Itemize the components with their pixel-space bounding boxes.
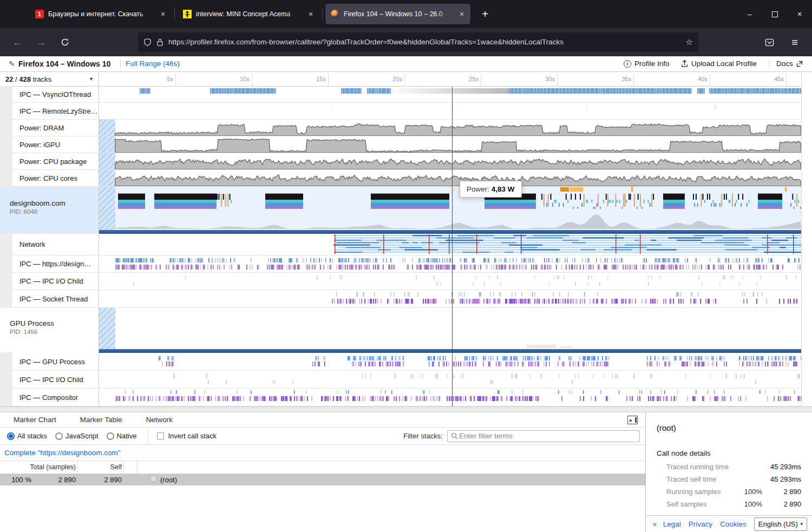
track-canvas-gpu-process[interactable] (99, 308, 801, 349)
track-row[interactable]: Power: DRAM (0, 120, 812, 136)
radio-all-stacks-label[interactable]: All stacks (17, 432, 47, 440)
track-canvas-ipc-socket[interactable] (99, 290, 801, 307)
shield-icon[interactable] (143, 38, 152, 47)
tab-close-icon[interactable]: × (158, 9, 168, 19)
timeline-ruler[interactable]: 5s10s15s20s25s30s35s40s45s (99, 72, 801, 87)
cookies-link[interactable]: Cookies (720, 520, 746, 528)
tab-close-icon[interactable]: × (456, 9, 467, 19)
track-canvas-ipc-io-child[interactable] (99, 273, 801, 290)
legal-link[interactable]: Legal (663, 520, 681, 528)
track-label[interactable]: Power: DRAM (0, 120, 99, 136)
invert-call-stack-checkbox[interactable] (157, 432, 164, 439)
track-row[interactable]: IPC — https://design… (0, 255, 812, 273)
track-row-designboom[interactable]: designboom.com PID: 6048 (0, 187, 812, 230)
track-label-designboom[interactable]: designboom.com PID: 6048 (0, 187, 99, 230)
track-row[interactable]: Network (0, 234, 812, 255)
browser-tab-1[interactable]: 1 Браузеры и интернет. Скачать × (30, 4, 172, 24)
radio-javascript-label[interactable]: JavaScript (66, 432, 99, 440)
browser-tab-active[interactable]: Firefox 104 – Windows 10 – 26.0 × (325, 4, 470, 24)
tab-network[interactable]: Network (146, 416, 173, 424)
track-label[interactable]: IPC — Compositor (0, 389, 99, 406)
track-canvas-power-igpu[interactable] (99, 136, 801, 153)
column-total-samples[interactable]: Total (samples) (0, 463, 76, 471)
track-row[interactable]: IPC — Compositor (0, 389, 812, 406)
radio-native-label[interactable]: Native (117, 432, 137, 440)
track-row[interactable]: Power: CPU cores (0, 170, 812, 187)
track-canvas-vsync[interactable] (99, 87, 801, 102)
track-canvas-ipc-https[interactable] (99, 255, 801, 272)
menu-button[interactable]: ≡ (786, 34, 803, 51)
expand-checkbox[interactable] (150, 476, 156, 482)
url-text[interactable]: https://profiler.firefox.com/from-browse… (168, 37, 682, 47)
track-row[interactable]: Power: CPU package (0, 153, 812, 170)
window-close-button[interactable]: × (787, 0, 812, 28)
invert-call-stack-label[interactable]: Invert call stack (168, 432, 217, 440)
url-bar[interactable]: https://profiler.firefox.com/from-browse… (138, 32, 698, 52)
track-canvas-ipc-io-child2[interactable] (99, 371, 801, 388)
pocket-button[interactable] (761, 34, 778, 51)
window-minimize-button[interactable]: – (737, 0, 762, 28)
track-row[interactable]: IPC — IPC I/O Child (0, 371, 812, 389)
radio-all-stacks[interactable] (7, 432, 15, 440)
track-label-gpu-process[interactable]: GPU Process PID: 1456 (0, 308, 99, 349)
track-row[interactable]: IPC — Socket Thread (0, 290, 812, 308)
new-tab-button[interactable]: + (477, 6, 493, 22)
profile-info-button[interactable]: i Profile Info (624, 60, 670, 68)
reload-button[interactable] (56, 34, 74, 51)
footer-close-icon[interactable]: × (652, 520, 657, 529)
track-label[interactable]: IPC — RemoteLzyStre… (0, 103, 99, 119)
tab-marker-chart[interactable]: Marker Chart (14, 416, 56, 424)
upload-icon (681, 60, 688, 68)
filter-stacks-input[interactable] (459, 432, 639, 440)
bookmark-star-icon[interactable]: ☆ (686, 37, 693, 47)
privacy-link[interactable]: Privacy (689, 520, 712, 528)
track-row[interactable]: Power: iGPU (0, 136, 812, 153)
panel-splitter[interactable] (0, 406, 812, 412)
edit-profile-name-button[interactable]: ✎ (9, 60, 15, 68)
column-self[interactable]: Self (81, 463, 122, 471)
track-canvas-power-dram[interactable] (99, 120, 801, 136)
track-label[interactable]: Power: CPU cores (0, 170, 99, 186)
track-label[interactable]: IPC — GPU Process (0, 353, 99, 370)
track-canvas-designboom[interactable] (99, 187, 801, 230)
forward-icon: → (36, 37, 46, 48)
call-tree-row-root[interactable]: 100 % 2 890 2 890 (root) (0, 474, 645, 485)
track-canvas-ipc-compositor[interactable] (99, 389, 801, 406)
tab-marker-table[interactable]: Marker Table (80, 416, 122, 424)
forward-button[interactable]: → (32, 34, 50, 51)
radio-native[interactable] (107, 432, 114, 440)
track-label[interactable]: Power: iGPU (0, 136, 99, 153)
track-row[interactable]: IPC — GPU Process (0, 353, 812, 371)
full-range-button[interactable]: Full Range (46s) (126, 60, 180, 68)
browser-tab-2[interactable]: interview: MINI Concept Acema × (178, 4, 319, 24)
ruler-tick-label: 45s (760, 76, 784, 82)
radio-javascript[interactable] (55, 432, 63, 440)
track-row[interactable]: IPC — VsyncIOThread (0, 87, 812, 103)
open-sidebar-button[interactable]: ▶ (627, 416, 638, 424)
track-row[interactable]: IPC — RemoteLzyStre… (0, 103, 812, 120)
track-row[interactable]: IPC — IPC I/O Child (0, 273, 812, 290)
track-label[interactable]: IPC — IPC I/O Child (0, 371, 99, 388)
window-maximize-button[interactable] (762, 0, 787, 28)
track-canvas-power-cpu-package[interactable] (99, 153, 801, 169)
track-label[interactable]: IPC — https://design… (0, 255, 99, 272)
track-canvas-power-cpu-cores[interactable] (99, 170, 801, 186)
track-visibility-dropdown[interactable]: 22 / 428 tracks ▼ (0, 72, 99, 87)
track-label[interactable]: Power: CPU package (0, 153, 99, 169)
track-canvas-network[interactable] (99, 234, 801, 255)
back-button[interactable]: ← (9, 34, 26, 51)
filter-stacks-field[interactable] (447, 430, 640, 442)
tab-close-icon[interactable]: × (305, 9, 316, 19)
track-canvas-remote[interactable] (99, 103, 801, 119)
language-select[interactable]: English (US) ▾ (754, 517, 807, 531)
track-label[interactable]: IPC — Socket Thread (0, 290, 99, 307)
track-row-gpu-process[interactable]: GPU Process PID: 1456 (0, 308, 812, 349)
track-label[interactable]: IPC — VsyncIOThread (0, 87, 99, 102)
breadcrumb-complete-link[interactable]: Complete "https://designboom.com" (4, 449, 120, 457)
lock-icon[interactable] (156, 38, 163, 47)
docs-link[interactable]: Docs (776, 60, 803, 68)
track-label[interactable]: IPC — IPC I/O Child (0, 273, 99, 290)
track-canvas-ipc-gpu[interactable] (99, 353, 801, 370)
track-label[interactable]: Network (0, 234, 99, 255)
upload-local-profile-button[interactable]: Upload Local Profile (681, 60, 757, 68)
